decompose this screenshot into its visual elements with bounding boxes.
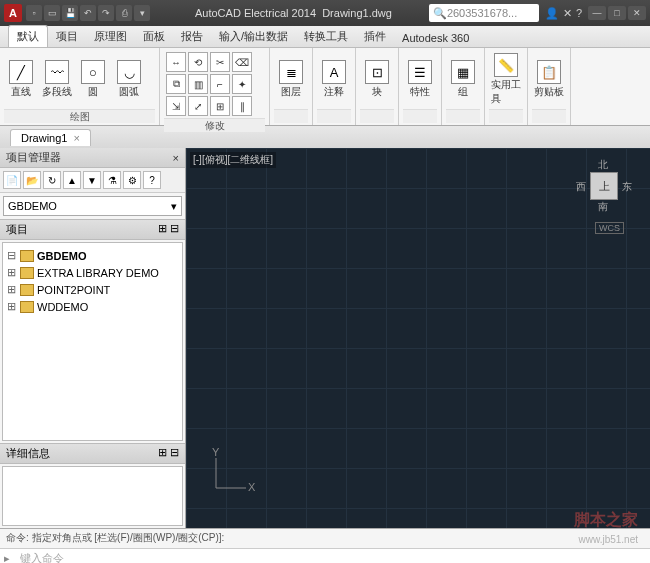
expand-icon[interactable]: ⊞ — [7, 266, 17, 279]
tool-help-icon[interactable]: ? — [143, 171, 161, 189]
tree-item[interactable]: ⊟GBDEMO — [7, 247, 178, 264]
tree-item[interactable]: ⊞EXTRA LIBRARY DEMO — [7, 264, 178, 281]
tool-refresh-icon[interactable]: ↻ — [43, 171, 61, 189]
ucs-icon: XY — [206, 448, 256, 498]
cube-south[interactable]: 南 — [598, 200, 608, 214]
tool-up-icon[interactable]: ▲ — [63, 171, 81, 189]
panel-close-icon[interactable]: × — [173, 152, 179, 164]
qat-more-icon[interactable]: ▾ — [134, 5, 150, 21]
tree-item[interactable]: ⊞WDDEMO — [7, 298, 178, 315]
polyline-button[interactable]: 〰多段线 — [40, 58, 74, 101]
tab-panel[interactable]: 面板 — [135, 26, 173, 47]
array-icon[interactable]: ⊞ — [210, 96, 230, 116]
maximize-button[interactable]: □ — [608, 6, 626, 20]
tree-item[interactable]: ⊞POINT2POINT — [7, 281, 178, 298]
drawing-canvas[interactable]: [-][俯视][二维线框] 北 南 西 东 上 WCS XY — [186, 148, 650, 528]
copy-icon[interactable]: ⧉ — [166, 74, 186, 94]
text-button[interactable]: A注释 — [317, 58, 351, 101]
wcs-label[interactable]: WCS — [595, 222, 624, 234]
search-input[interactable]: 🔍 2603531678... — [429, 4, 539, 22]
panel-annotate: A注释 — [313, 48, 356, 125]
block-button[interactable]: ⊡块 — [360, 58, 394, 101]
rotate-icon[interactable]: ⟲ — [188, 52, 208, 72]
scale-icon[interactable]: ⤢ — [188, 96, 208, 116]
measure-icon: 📏 — [494, 53, 518, 77]
qat-new-icon[interactable]: ▫ — [26, 5, 42, 21]
properties-icon: ☰ — [408, 60, 432, 84]
qat-print-icon[interactable]: ⎙ — [116, 5, 132, 21]
close-button[interactable]: ✕ — [628, 6, 646, 20]
exchange-icon[interactable]: ✕ — [563, 7, 572, 20]
collapse-icon[interactable]: ⊟ — [7, 249, 17, 262]
svg-text:Y: Y — [212, 448, 220, 458]
tool-new-icon[interactable]: 📄 — [3, 171, 21, 189]
stretch-icon[interactable]: ⇲ — [166, 96, 186, 116]
project-combo[interactable]: GBDEMO▾ — [3, 196, 182, 216]
command-input[interactable]: ▸_ 键入命令 — [0, 548, 650, 563]
section-tools-icon[interactable]: ⊞ ⊟ — [158, 446, 179, 461]
cube-top[interactable]: 上 — [590, 172, 618, 200]
tab-report[interactable]: 报告 — [173, 26, 211, 47]
trim-icon[interactable]: ✂ — [210, 52, 230, 72]
panel-clipboard: 📋剪贴板 — [528, 48, 571, 125]
tab-default[interactable]: 默认 — [8, 25, 48, 47]
fillet-icon[interactable]: ⌐ — [210, 74, 230, 94]
tool-settings-icon[interactable]: ⚙ — [123, 171, 141, 189]
qat-save-icon[interactable]: 💾 — [62, 5, 78, 21]
properties-button[interactable]: ☰特性 — [403, 58, 437, 101]
section-projects[interactable]: 项目⊞ ⊟ — [0, 219, 185, 240]
signin-icon[interactable]: 👤 — [545, 7, 559, 20]
section-tools-icon[interactable]: ⊞ ⊟ — [158, 222, 179, 237]
tab-a360[interactable]: Autodesk 360 — [394, 29, 477, 47]
tool-down-icon[interactable]: ▼ — [83, 171, 101, 189]
erase-icon[interactable]: ⌫ — [232, 52, 252, 72]
panel-group: ▦组 — [442, 48, 485, 125]
view-label[interactable]: [-][俯视][二维线框] — [190, 152, 276, 168]
qat-open-icon[interactable]: ▭ — [44, 5, 60, 21]
view-cube[interactable]: 北 南 西 东 上 — [576, 158, 632, 214]
qat-undo-icon[interactable]: ↶ — [80, 5, 96, 21]
utility-button[interactable]: 📏实用工具 — [489, 51, 523, 108]
arc-button[interactable]: ◡圆弧 — [112, 58, 146, 101]
cube-north[interactable]: 北 — [598, 158, 608, 172]
cube-west[interactable]: 西 — [576, 180, 586, 194]
expand-icon[interactable]: ⊞ — [7, 283, 17, 296]
folder-icon — [20, 250, 34, 262]
panel-properties: ☰特性 — [399, 48, 442, 125]
cube-east[interactable]: 东 — [622, 180, 632, 194]
mirror-icon[interactable]: ▥ — [188, 74, 208, 94]
group-button[interactable]: ▦组 — [446, 58, 480, 101]
project-tree[interactable]: ⊟GBDEMO ⊞EXTRA LIBRARY DEMO ⊞POINT2POINT… — [2, 242, 183, 441]
tab-io[interactable]: 输入/输出数据 — [211, 26, 296, 47]
arc-icon: ◡ — [117, 60, 141, 84]
tool-filter-icon[interactable]: ⚗ — [103, 171, 121, 189]
tab-close-icon[interactable]: × — [73, 132, 79, 144]
panel-block: ⊡块 — [356, 48, 399, 125]
circle-button[interactable]: ○圆 — [76, 58, 110, 101]
tab-plugin[interactable]: 插件 — [356, 26, 394, 47]
paste-button[interactable]: 📋剪贴板 — [532, 58, 566, 101]
help-icon[interactable]: ? — [576, 7, 582, 20]
tool-open-icon[interactable]: 📂 — [23, 171, 41, 189]
tab-schematic[interactable]: 原理图 — [86, 26, 135, 47]
move-icon[interactable]: ↔ — [166, 52, 186, 72]
app-logo[interactable]: A — [4, 4, 22, 22]
line-button[interactable]: ╱直线 — [4, 58, 38, 101]
ribbon-tab-bar: 默认 项目 原理图 面板 报告 输入/输出数据 转换工具 插件 Autodesk… — [0, 26, 650, 48]
document-tab[interactable]: Drawing1× — [10, 129, 91, 146]
offset-icon[interactable]: ∥ — [232, 96, 252, 116]
folder-icon — [20, 301, 34, 313]
minimize-button[interactable]: — — [588, 6, 606, 20]
explode-icon[interactable]: ✦ — [232, 74, 252, 94]
qat-redo-icon[interactable]: ↷ — [98, 5, 114, 21]
section-details[interactable]: 详细信息⊞ ⊟ — [0, 443, 185, 464]
clipboard-icon: 📋 — [537, 60, 561, 84]
details-pane — [2, 466, 183, 526]
expand-icon[interactable]: ⊞ — [7, 300, 17, 313]
command-history: 命令: 指定对角点或 [栏选(F)/圈围(WP)/圈交(CP)]: — [0, 529, 650, 548]
panel-title: 项目管理器× — [0, 148, 185, 168]
tab-convert[interactable]: 转换工具 — [296, 26, 356, 47]
layer-button[interactable]: ≣图层 — [274, 58, 308, 101]
line-icon: ╱ — [9, 60, 33, 84]
tab-project[interactable]: 项目 — [48, 26, 86, 47]
